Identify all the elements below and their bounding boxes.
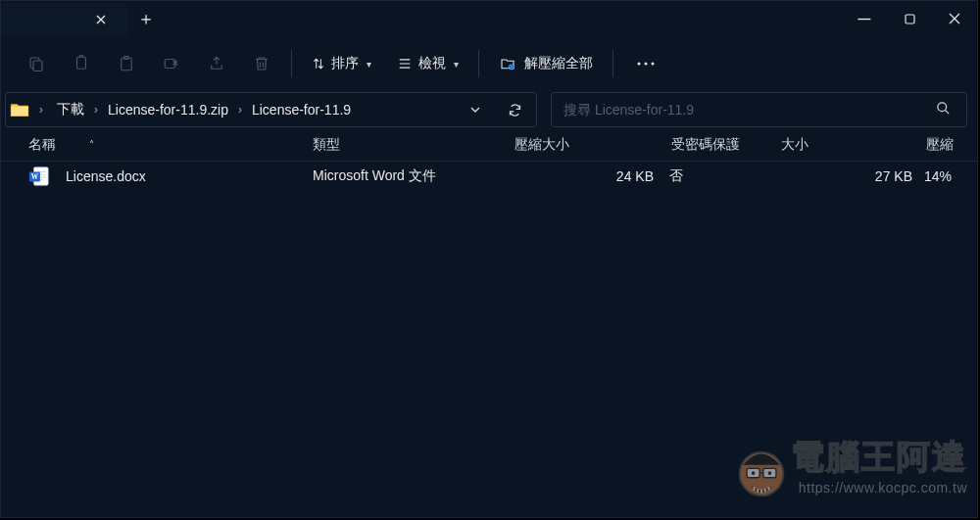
titlebar: ＋ ─	[1, 1, 977, 36]
folder-icon	[10, 102, 29, 118]
chevron-down-icon: ▾	[367, 59, 371, 70]
breadcrumb: 下載 › License-for-11.9.zip › License-for-…	[53, 97, 452, 122]
cut-button[interactable]	[19, 46, 54, 81]
close-window-button[interactable]	[932, 1, 977, 36]
file-list: W License.docx Microsoft Word 文件 24 KB 否…	[1, 162, 977, 191]
breadcrumb-segment[interactable]: License-for-11.9	[248, 98, 355, 121]
breadcrumb-segment[interactable]: License-for-11.9.zip	[104, 98, 232, 121]
toolbar-divider	[291, 50, 292, 77]
watermark-text: 電腦王阿達	[791, 435, 967, 480]
column-header-type[interactable]: 類型	[313, 136, 514, 154]
svg-rect-0	[906, 15, 914, 24]
address-search-row: › 下載 › License-for-11.9.zip › License-fo…	[1, 91, 977, 128]
watermark-url: https://www.kocpc.com.tw	[791, 480, 967, 496]
tab-current[interactable]	[1, 3, 128, 36]
file-name: License.docx	[66, 168, 313, 184]
column-header-ratio[interactable]: 壓縮	[926, 136, 977, 154]
chevron-down-icon: ▾	[454, 59, 459, 70]
maximize-button[interactable]	[887, 1, 932, 36]
svg-rect-17	[747, 468, 760, 477]
svg-rect-3	[77, 57, 86, 69]
rename-button[interactable]	[154, 46, 189, 81]
paste-button[interactable]	[109, 46, 144, 81]
svg-point-19	[752, 471, 756, 475]
more-options-button[interactable]	[625, 46, 666, 81]
view-button[interactable]: 檢視 ▾	[389, 46, 466, 81]
file-ratio: 14%	[924, 168, 977, 184]
extract-all-button[interactable]: 解壓縮全部	[491, 46, 601, 81]
address-bar[interactable]: › 下載 › License-for-11.9.zip › License-fo…	[5, 92, 537, 127]
sort-ascending-icon: ˄	[89, 139, 94, 150]
tab-close-button[interactable]	[88, 7, 114, 32]
new-tab-button[interactable]: ＋	[128, 1, 164, 36]
column-header-compressed-size[interactable]: 壓縮大小	[514, 136, 671, 154]
chevron-right-icon: ›	[236, 103, 244, 117]
toolbar-divider	[612, 50, 613, 77]
chevron-right-icon: ›	[37, 103, 45, 117]
svg-rect-11	[11, 107, 28, 117]
breadcrumb-segment[interactable]: 下載	[53, 97, 88, 122]
svg-rect-18	[763, 468, 776, 477]
file-compressed-size: 24 KB	[513, 168, 669, 184]
extract-all-label: 解壓縮全部	[524, 55, 593, 72]
watermark: 電腦王阿達 https://www.kocpc.com.tw	[791, 435, 967, 496]
file-protected: 否	[669, 167, 779, 185]
search-icon[interactable]	[929, 101, 956, 118]
docx-file-icon: W	[28, 165, 50, 187]
view-label: 檢視	[418, 55, 446, 72]
svg-point-8	[638, 63, 641, 66]
svg-rect-2	[33, 61, 42, 71]
sort-label: 排序	[331, 55, 359, 72]
svg-point-16	[740, 452, 784, 496]
file-type: Microsoft Word 文件	[313, 167, 513, 185]
toolbar: 排序 ▾ 檢視 ▾ 解壓縮全部	[1, 36, 977, 91]
svg-point-10	[652, 63, 655, 66]
svg-point-20	[768, 471, 772, 475]
file-row[interactable]: W License.docx Microsoft Word 文件 24 KB 否…	[1, 162, 977, 191]
minimize-button[interactable]: ─	[842, 1, 887, 36]
sort-button[interactable]: 排序 ▾	[304, 46, 379, 81]
share-button[interactable]	[199, 46, 234, 81]
copy-button[interactable]	[64, 46, 99, 81]
search-box[interactable]	[551, 92, 967, 127]
toolbar-divider	[478, 50, 479, 77]
window-controls: ─	[842, 1, 977, 36]
column-header-password-protected[interactable]: 受密碼保護	[671, 136, 781, 154]
history-dropdown-button[interactable]	[460, 104, 491, 116]
svg-text:W: W	[31, 172, 39, 181]
file-size: 27 KB	[779, 168, 924, 184]
column-headers: 名稱 ˄ 類型 壓縮大小 受密碼保護 大小 壓縮	[1, 128, 977, 162]
svg-point-9	[645, 63, 648, 66]
svg-point-12	[937, 103, 946, 112]
search-input[interactable]	[564, 102, 929, 118]
column-header-size[interactable]: 大小	[781, 136, 926, 154]
col-name-label: 名稱	[28, 136, 56, 154]
watermark-cartoon-icon	[734, 447, 789, 501]
delete-button[interactable]	[244, 46, 279, 81]
refresh-button[interactable]	[499, 103, 530, 118]
column-header-name[interactable]: 名稱 ˄	[28, 136, 313, 154]
chevron-right-icon: ›	[92, 103, 100, 117]
file-explorer-window: ＋ ─	[0, 0, 978, 518]
